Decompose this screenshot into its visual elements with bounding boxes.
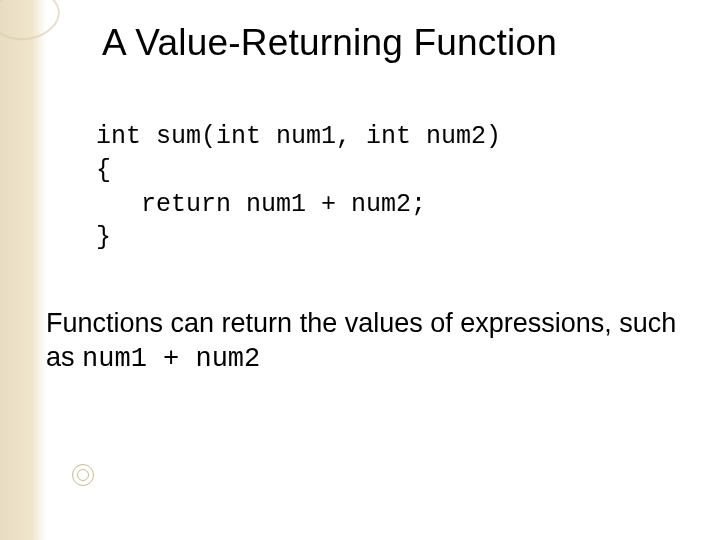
decorative-circles-icon [72,464,94,486]
code-line-4: } [96,223,111,252]
slide-description: Functions can return the values of expre… [46,307,680,377]
code-line-1: int sum(int num1, int num2) [96,122,501,151]
inner-ring [77,469,89,481]
code-line-2: { [96,156,111,185]
description-code-inline: num1 + num2 [82,344,260,374]
code-block: int sum(int num1, int num2) { return num… [96,120,680,255]
slide-title: A Value-Returning Function [102,22,680,64]
slide-content: A Value-Returning Function int sum(int n… [0,0,720,540]
code-line-3: return num1 + num2; [96,190,426,219]
